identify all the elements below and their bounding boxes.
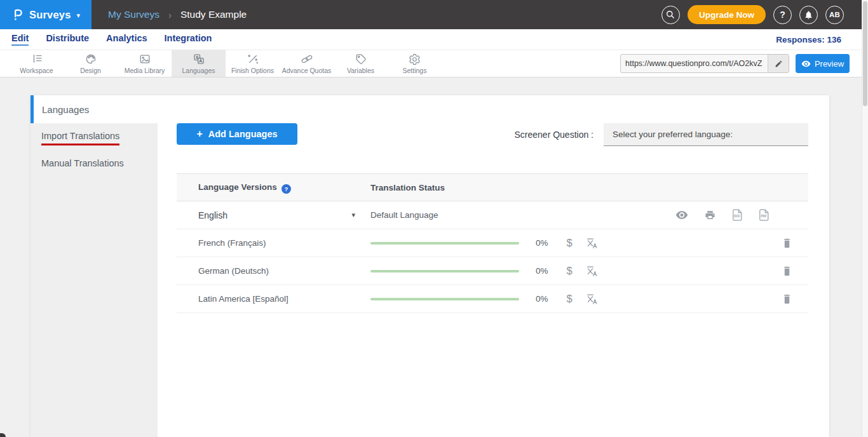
toolbar-label: Workspace [20,67,53,74]
tab-edit[interactable]: Edit [11,33,29,46]
translation-progress-bar [370,242,519,245]
toolbar-design[interactable]: Design [64,50,118,77]
languages-main: + Add Languages Screener Question : Sele… [158,95,829,437]
finish-options-icon [247,53,259,65]
print-button[interactable] [705,210,715,220]
edit-url-button[interactable] [768,55,789,72]
column-translation-status: Translation Status [370,182,445,193]
table-header-row: Language Versions? Translation Status [177,173,808,201]
tab-integration[interactable]: Integration [165,33,212,46]
help-button[interactable]: ? [773,6,792,24]
section-nav: Edit Distribute Analytics Integration Re… [0,29,862,50]
toolbar-variables[interactable]: Variables [334,50,388,77]
sidebar-item-manual-translations[interactable]: Manual Translations [31,151,158,176]
search-button[interactable] [661,6,680,24]
table-row-french: French (Français) 0% $ [177,229,808,257]
trash-icon [782,238,792,248]
table-row-default-language: English ▾ Default Language [177,201,808,229]
section-tabs: Edit Distribute Analytics Integration [11,33,212,46]
language-name: German (Deutsch) [177,266,370,276]
upgrade-now-button[interactable]: Upgrade Now [688,5,766,24]
sidebar-item-languages[interactable]: Languages [31,95,158,123]
toolbar-media-library[interactable]: Media Library [118,50,172,77]
questionpro-logo-icon [11,8,24,22]
auto-translate-button[interactable] [587,238,598,249]
sidebar-item-import-translations[interactable]: Import Translations [31,125,158,151]
default-language-dropdown[interactable]: English ▾ [177,210,370,220]
language-versions-table: Language Versions? Translation Status En… [177,173,808,313]
doc-file-icon: DOC [732,209,742,221]
printer-icon [705,210,715,220]
export-pdf-button[interactable]: PDF [759,209,769,221]
plus-icon: + [196,128,202,140]
top-header: Surveys ▾ My Surveys › Study Example Upg… [0,0,862,29]
toolbar-workspace[interactable]: Workspace [10,50,64,77]
toolbar-label: Finish Options [231,67,274,74]
default-language-actions: DOC PDF [675,209,808,221]
translation-status-header: Translation Status [370,183,445,192]
default-language-name: English [198,210,227,220]
view-survey-button[interactable] [675,210,688,220]
language-versions-header: Language Versions [198,182,277,192]
svg-text:PDF: PDF [761,215,766,218]
sidebar-item-label: Manual Translations [41,158,124,168]
breadcrumb: My Surveys › Study Example [108,9,247,20]
translation-progress-bar [370,298,519,300]
sidebar-item-label: Import Translations [41,131,119,145]
help-icon[interactable]: ? [281,184,291,194]
tab-distribute[interactable]: Distribute [46,33,89,46]
eye-icon [801,59,811,69]
svg-text:DOC: DOC [734,215,741,218]
export-doc-button[interactable]: DOC [732,209,742,221]
paid-translation-button[interactable]: $ [561,265,578,277]
toolbar-languages[interactable]: Languages [172,50,226,77]
translation-progress-bar [370,270,519,272]
workspace-icon [31,53,43,65]
add-languages-button[interactable]: + Add Languages [177,123,297,145]
trash-icon [782,266,792,276]
page-scrollbar [862,0,868,437]
chat-widget-corner[interactable] [0,433,6,437]
add-languages-label: Add Languages [208,129,278,139]
languages-sidebar: Languages Import Translations Manual Tra… [31,95,158,437]
delete-language-button[interactable] [782,293,792,304]
notifications-button[interactable] [799,6,818,24]
pdf-file-icon: PDF [759,209,769,221]
search-icon [665,10,675,20]
scrollbar-thumb[interactable] [863,1,867,106]
translation-percent: 0% [536,294,553,304]
auto-translate-button[interactable] [587,293,598,305]
column-language-versions: Language Versions? [177,181,370,194]
media-library-icon [139,53,151,65]
surveys-menu-button[interactable]: Surveys ▾ [0,0,92,29]
breadcrumb-current: Study Example [180,9,247,20]
screener-question-select[interactable]: Select your preferred language: [604,123,808,146]
language-name: Latin America [Español] [177,294,370,304]
toolbar-settings[interactable]: Settings [388,50,442,77]
translate-icon [587,293,598,305]
auto-translate-button[interactable] [587,266,598,277]
toolbar-finish-options[interactable]: Finish Options [226,50,280,77]
tab-analytics[interactable]: Analytics [106,33,147,46]
delete-language-button[interactable] [782,266,792,276]
variables-icon [355,53,367,65]
translation-percent: 0% [536,266,553,276]
translate-icon [587,266,598,277]
paid-translation-button[interactable]: $ [561,293,578,305]
controls-row: + Add Languages Screener Question : Sele… [177,123,808,146]
survey-url-input[interactable]: https://www.questionpro.com/t/AO2kvZ [621,59,768,68]
toolbar-label: Settings [403,67,427,74]
responses-count[interactable]: Responses: 136 [776,35,841,44]
avatar[interactable]: AB [825,6,844,24]
toolbar-advance-quotas[interactable]: Advance Quotas [280,50,334,77]
preview-button[interactable]: Preview [796,54,850,73]
product-name: Surveys [29,9,71,21]
languages-panel: Languages Import Translations Manual Tra… [31,95,829,437]
breadcrumb-my-surveys[interactable]: My Surveys [108,9,159,20]
toolbar-label: Media Library [125,67,165,74]
delete-language-button[interactable] [782,238,792,248]
design-icon [85,53,97,65]
eye-icon [675,210,688,220]
paid-translation-button[interactable]: $ [561,237,578,249]
chevron-down-icon: ▾ [77,11,81,20]
